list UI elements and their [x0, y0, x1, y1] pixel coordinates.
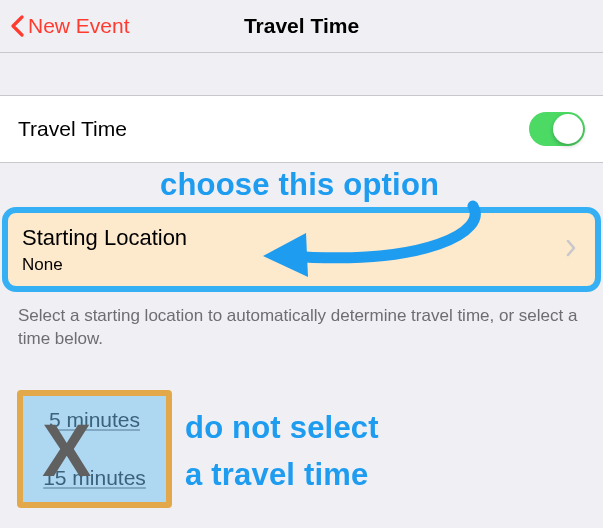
annotation-do-not-select: do not select a travel time [185, 405, 379, 498]
starting-location-row[interactable]: Starting Location None [2, 207, 601, 292]
annotation-choose-label: choose this option [160, 167, 439, 203]
starting-location-value: None [22, 255, 581, 275]
time-option-5min[interactable]: 5 minutes [23, 408, 166, 432]
time-options-group: 5 minutes 15 minutes [17, 390, 172, 508]
chevron-right-icon [565, 239, 577, 261]
annotation-line-2: a travel time [185, 452, 379, 499]
spacer [0, 53, 603, 95]
back-button[interactable]: New Event [0, 14, 130, 38]
toggle-knob [553, 114, 583, 144]
time-option-15min[interactable]: 15 minutes [23, 466, 166, 490]
travel-time-toggle[interactable] [529, 112, 585, 146]
starting-location-label: Starting Location [22, 225, 581, 251]
help-text: Select a starting location to automatica… [18, 305, 585, 351]
chevron-left-icon [10, 15, 24, 37]
annotation-line-1: do not select [185, 405, 379, 452]
toggle-label: Travel Time [18, 117, 127, 141]
back-label: New Event [28, 14, 130, 38]
nav-bar: New Event Travel Time [0, 0, 603, 53]
travel-time-toggle-row: Travel Time [0, 95, 603, 163]
